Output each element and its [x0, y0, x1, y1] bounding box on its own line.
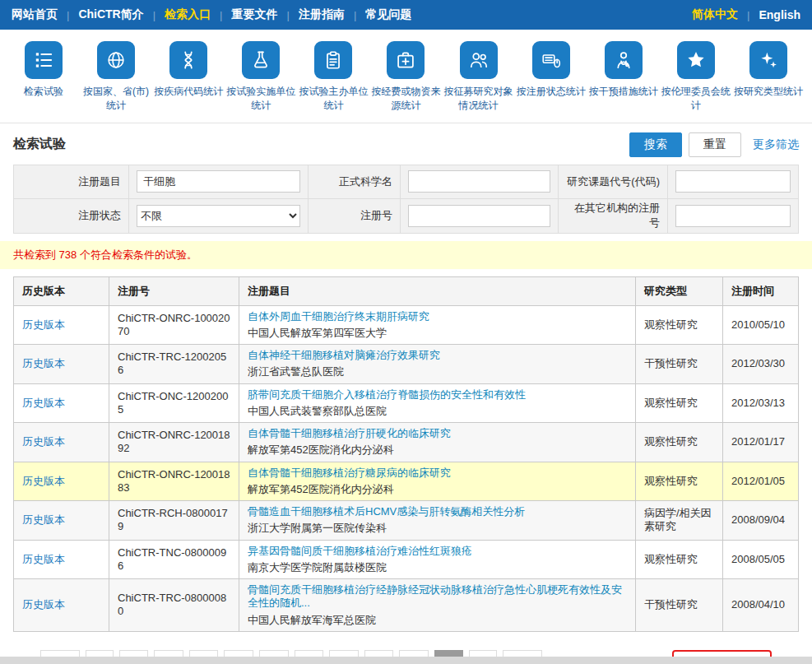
- nav-item-important-docs[interactable]: 重要文件: [232, 7, 278, 22]
- history-version-link[interactable]: 历史版本: [22, 598, 65, 611]
- trial-organization: 浙江大学附属第一医院传染科: [248, 522, 627, 535]
- trial-organization: 中国人民解放军第四军医大学: [248, 327, 627, 340]
- toolbar-item-label: 按征募研究对象情况统计: [443, 85, 514, 113]
- trial-organization: 中国人民解放军海军总医院: [248, 614, 627, 627]
- column-header-title: 注册题目: [239, 276, 636, 305]
- toolbar-item-label: 检索试验: [24, 85, 63, 99]
- table-row: 历史版本 ChiCTR-ONRC-10002070 自体外周血干细胞治疗终末期肝…: [14, 305, 799, 345]
- trial-title-link[interactable]: 自体骨髓干细胞移植治疗肝硬化的临床研究: [248, 427, 627, 440]
- trial-title-link[interactable]: 自体外周血干细胞治疗终末期肝病研究: [248, 310, 627, 323]
- status-field-label: 注册状态: [14, 199, 129, 233]
- toolbar-item-by-ethics-committee[interactable]: 按伦理委员会统计: [661, 41, 731, 113]
- history-version-link[interactable]: 历史版本: [22, 553, 65, 565]
- column-header-study-type: 研究类型: [636, 276, 723, 305]
- trial-title-link[interactable]: 骨髓间充质干细胞移植治疗经静脉经冠状动脉移植治疗急性心肌梗死有效性及安全性的随机…: [248, 583, 627, 611]
- history-version-link[interactable]: 历史版本: [22, 318, 65, 331]
- search-button[interactable]: 搜索: [629, 132, 682, 157]
- result-count-message: 共检索到 738 个符合检索条件的试验。: [0, 241, 812, 269]
- toolbar-item-by-intervention[interactable]: 按干预措施统计: [588, 41, 659, 113]
- history-version-link[interactable]: 历史版本: [22, 397, 65, 409]
- lang-english[interactable]: English: [759, 8, 800, 21]
- study-type: 干预性研究: [636, 579, 723, 632]
- keyboard-mouse-icon: [532, 41, 570, 79]
- trial-organization: 解放军第452医院消化内分泌科: [248, 443, 627, 457]
- toolbar-item-label: 按伦理委员会统计: [661, 85, 731, 113]
- toolbar-item-by-sponsor-unit[interactable]: 按试验主办单位统计: [298, 41, 369, 113]
- trial-title-link[interactable]: 脐带间充质干细胞介入移植治疗脊髓损伤的安全性和有效性: [248, 388, 627, 402]
- toolbar-item-by-disease-code[interactable]: 按疾病代码统计: [153, 41, 224, 113]
- study-type: 病因学/相关因素研究: [636, 501, 723, 541]
- registration-number: ChiCTR-TNC-08000096: [109, 540, 239, 579]
- history-version-link[interactable]: 历史版本: [22, 435, 65, 448]
- registration-date: 2012/01/17: [723, 423, 799, 462]
- toolbar-item-label: 按试验实施单位统计: [225, 85, 296, 113]
- trial-title-link[interactable]: 自体骨髓干细胞移植治疗糖尿病的临床研究: [248, 467, 627, 480]
- registration-date: 2008/05/05: [723, 540, 799, 579]
- other-regno-input[interactable]: [675, 205, 791, 227]
- registration-date: 2010/05/10: [723, 305, 799, 345]
- nav-item-search-entry[interactable]: 检索入口: [165, 7, 211, 22]
- history-version-link[interactable]: 历史版本: [22, 475, 65, 487]
- toolbar-item-by-study-type[interactable]: 按研究类型统计: [733, 41, 804, 113]
- trial-title-link[interactable]: 骨髓造血干细胞移植术后HCMV感染与肝转氨酶相关性分析: [248, 505, 627, 518]
- history-version-link[interactable]: 历史版本: [22, 513, 65, 526]
- nav-separator: |: [747, 9, 749, 21]
- column-header-registration-number: 注册号: [109, 276, 239, 305]
- toolbar-item-by-implementing-unit[interactable]: 按试验实施单位统计: [225, 41, 296, 113]
- trial-title-link[interactable]: 自体神经干细胞移植对脑瘫治疗效果研究: [248, 349, 627, 362]
- nav-item-about[interactable]: ChiCTR简介: [78, 7, 143, 22]
- registration-number: ChiCTR-ONRC-12001883: [109, 462, 239, 501]
- stethoscope-icon: [605, 41, 643, 79]
- trial-organization: 浙江省武警总队医院: [248, 365, 627, 378]
- regno-input[interactable]: [408, 205, 550, 227]
- registration-date: 2012/03/13: [723, 383, 799, 423]
- search-header: 检索试验 搜索 重置 更多筛选: [0, 123, 812, 165]
- column-header-history-version: 历史版本: [14, 276, 109, 305]
- table-row: 历史版本 ChiCTR-TRC-08000080 骨髓间充质干细胞移植治疗经静脉…: [14, 579, 799, 632]
- top-navbar: 网站首页 | ChiCTR简介 | 检索入口 | 重要文件 | 注册指南 | 常…: [0, 0, 812, 30]
- table-row-highlighted: 历史版本 ChiCTR-ONRC-12001883 自体骨髓干细胞移植治疗糖尿病…: [14, 462, 799, 501]
- table-header-row: 历史版本 注册号 注册题目 研究类型 注册时间: [14, 276, 799, 305]
- toolbar-item-label: 按干预措施统计: [589, 85, 658, 99]
- history-version-link[interactable]: 历史版本: [22, 357, 65, 369]
- study-type: 观察性研究: [636, 383, 723, 423]
- registration-date: 2012/01/05: [723, 462, 799, 501]
- table-row: 历史版本 ChiCTR-RCH-08000179 骨髓造血干细胞移植术后HCMV…: [14, 501, 799, 541]
- column-header-registration-date: 注册时间: [723, 276, 799, 305]
- toolbar-item-by-funding-source[interactable]: 按经费或物资来源统计: [370, 41, 441, 113]
- nav-separator: |: [354, 9, 356, 21]
- project-code-label: 研究课题代号(代码): [559, 165, 668, 199]
- nav-item-home[interactable]: 网站首页: [12, 7, 58, 22]
- registration-number: ChiCTR-ONC-12002005: [109, 383, 239, 423]
- flask-icon: [242, 41, 280, 79]
- nav-item-faq[interactable]: 常见问题: [365, 7, 411, 22]
- toolbar-item-label: 按研究类型统计: [734, 85, 803, 99]
- lang-simplified-chinese[interactable]: 简体中文: [692, 7, 738, 22]
- toolbar-item-label: 按经费或物资来源统计: [370, 85, 441, 113]
- study-type: 观察性研究: [636, 540, 723, 579]
- sparkles-icon: [749, 41, 787, 79]
- study-type: 观察性研究: [636, 462, 723, 501]
- registration-number: ChiCTR-TRC-12002056: [109, 345, 239, 384]
- registration-number: ChiCTR-TRC-08000080: [109, 579, 239, 632]
- scientific-name-input[interactable]: [408, 170, 550, 193]
- language-switcher: 简体中文 | English: [692, 7, 800, 22]
- people-icon: [460, 41, 498, 79]
- status-select[interactable]: 不限: [137, 205, 300, 227]
- toolbar-item-label: 按疾病代码统计: [154, 85, 223, 99]
- world-map-icon: [97, 41, 135, 79]
- toolbar-item-search-trials[interactable]: 检索试验: [8, 41, 79, 113]
- page-title: 检索试验: [13, 136, 66, 153]
- nav-item-register-guide[interactable]: 注册指南: [299, 7, 345, 22]
- toolbar-item-by-registration-status[interactable]: 按注册状态统计: [516, 41, 587, 113]
- toolbar-item-by-recruitment-status[interactable]: 按征募研究对象情况统计: [443, 41, 514, 113]
- toolbar-item-by-country[interactable]: 按国家、省(市)统计: [81, 41, 151, 113]
- star-icon: [677, 41, 715, 79]
- project-code-input[interactable]: [675, 170, 791, 193]
- regno-field-label: 注册号: [309, 199, 401, 233]
- trial-title-link[interactable]: 异基因骨髓间质干细胞移植治疗难治性红斑狼疮: [248, 545, 627, 558]
- title-input[interactable]: [137, 170, 300, 193]
- more-filters-link[interactable]: 更多筛选: [753, 137, 799, 152]
- registration-date: 2012/03/30: [723, 345, 799, 384]
- reset-button[interactable]: 重置: [689, 132, 741, 157]
